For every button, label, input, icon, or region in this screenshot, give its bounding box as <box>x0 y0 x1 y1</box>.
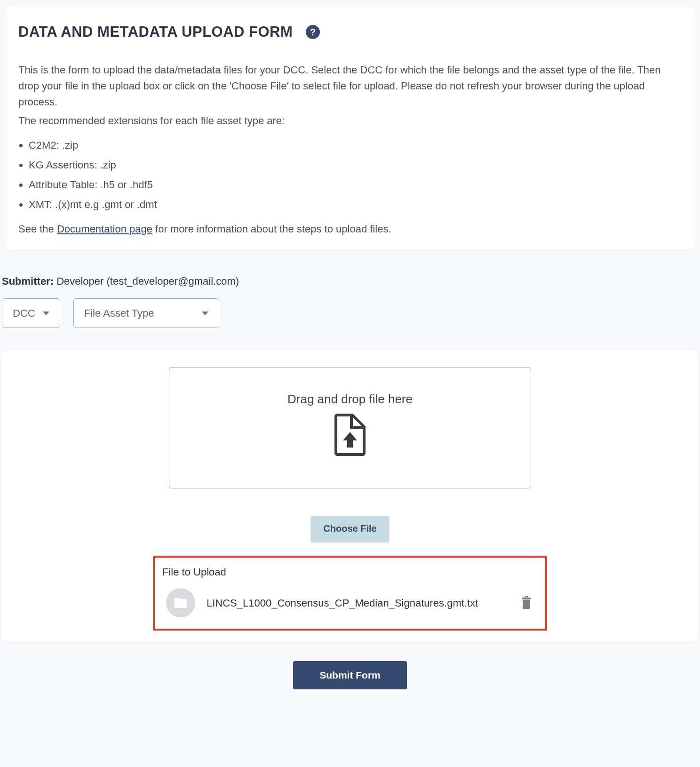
list-item: KG Assertions: .zip <box>29 157 682 173</box>
dcc-select[interactable]: DCC <box>2 298 60 328</box>
uploaded-file-name: LINCS_L1000_Consensus_CP_Median_Signatur… <box>207 595 508 611</box>
help-icon[interactable]: ? <box>306 25 320 39</box>
documentation-line: See the Documentation page for more info… <box>18 221 682 237</box>
documentation-link[interactable]: Documentation page <box>57 223 152 235</box>
submit-row: Submit Form <box>0 661 700 689</box>
page-title-row: DATA AND METADATA UPLOAD FORM ? <box>18 21 682 43</box>
choose-file-button[interactable]: Choose File <box>311 516 389 542</box>
upload-file-icon <box>333 413 367 461</box>
trash-icon <box>521 603 532 610</box>
delete-file-button[interactable] <box>519 594 534 612</box>
list-item: XMT: .(x)mt e.g .gmt or .dmt <box>29 197 682 213</box>
list-item: C2M2: .zip <box>29 137 682 153</box>
dropzone-text: Drag and drop file here <box>287 390 413 408</box>
folder-icon <box>166 588 195 617</box>
file-dropzone[interactable]: Drag and drop file here <box>169 367 531 488</box>
file-asset-type-select[interactable]: File Asset Type <box>73 298 219 328</box>
submitter-label: Submitter: <box>2 275 54 287</box>
submitter-value: Developer (test_developer@gmail.com) <box>56 275 239 287</box>
list-item: Attribute Table: .h5 or .hdf5 <box>29 177 682 193</box>
dcc-select-label: DCC <box>13 305 35 321</box>
file-to-upload-title: File to Upload <box>162 564 538 580</box>
extensions-list: C2M2: .zip KG Assertions: .zip Attribute… <box>29 137 682 213</box>
chevron-down-icon <box>43 312 49 315</box>
file-asset-type-label: File Asset Type <box>84 305 154 321</box>
recommended-extensions-line: The recommended extensions for each file… <box>18 113 682 129</box>
doc-prefix: See the <box>18 223 57 235</box>
intro-paragraph: This is the form to upload the data/meta… <box>18 62 682 110</box>
file-to-upload-panel: File to Upload LINCS_L1000_Consensus_CP_… <box>153 556 547 631</box>
intro-block: This is the form to upload the data/meta… <box>18 62 682 238</box>
submitter-row: Submitter: Developer (test_developer@gma… <box>2 273 700 289</box>
upload-form-card: DATA AND METADATA UPLOAD FORM ? This is … <box>5 5 695 251</box>
chevron-down-icon <box>202 312 208 315</box>
selects-row: DCC File Asset Type <box>2 298 700 328</box>
submit-form-button[interactable]: Submit Form <box>293 661 407 689</box>
doc-suffix: for more information about the steps to … <box>152 223 391 235</box>
page-title: DATA AND METADATA UPLOAD FORM <box>18 21 293 43</box>
file-row: LINCS_L1000_Consensus_CP_Median_Signatur… <box>162 588 538 617</box>
upload-panel: Drag and drop file here Choose File File… <box>0 350 700 642</box>
